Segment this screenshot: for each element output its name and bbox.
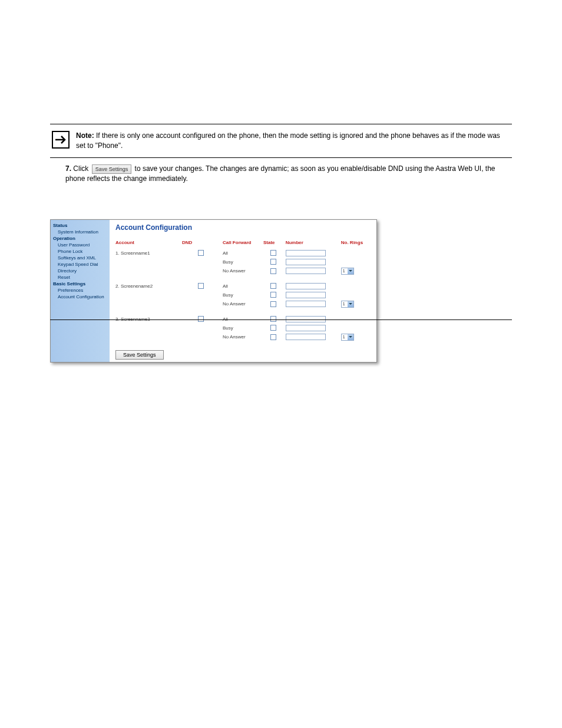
account-label: 1. Screenname1 [115, 249, 182, 258]
sidebar-item-preferences[interactable]: Preferences [53, 287, 110, 294]
table-row: Busy [115, 291, 371, 299]
sidebar-heading-operation: Operation [53, 235, 110, 242]
state-checkbox[interactable] [270, 268, 276, 274]
save-settings-button[interactable]: Save Settings [115, 350, 164, 360]
chevron-down-icon [348, 301, 353, 307]
number-input[interactable] [286, 334, 326, 340]
cf-mode-busy: Busy [223, 291, 263, 299]
cf-mode-noanswer: No Answer [223, 266, 263, 276]
number-input[interactable] [286, 259, 326, 265]
sidebar-item-phone-lock[interactable]: Phone Lock [53, 248, 110, 255]
state-checkbox[interactable] [270, 334, 276, 340]
note-arrow-icon [52, 131, 70, 149]
header-dnd: DND [182, 239, 223, 249]
account-config-screenshot: Status System Information Operation User… [50, 219, 377, 363]
state-checkbox[interactable] [270, 301, 276, 307]
chevron-down-icon [348, 334, 353, 340]
table-row: No Answer 1 [115, 299, 371, 309]
number-input[interactable] [286, 301, 326, 307]
table-row: Busy [115, 258, 371, 266]
table-row: Busy [115, 324, 371, 332]
number-input[interactable] [286, 292, 326, 298]
cf-mode-noanswer: No Answer [223, 332, 263, 342]
cf-mode-busy: Busy [223, 324, 263, 332]
sidebar-item-account-config[interactable]: Account Configuration [53, 294, 110, 300]
instruction-text: 7. Click Save Settings to save your chan… [50, 164, 512, 184]
sidebar-item-softkeys-xml[interactable]: Softkeys and XML [53, 255, 110, 261]
number-input[interactable] [286, 268, 326, 274]
sidebar-item-directory[interactable]: Directory [53, 268, 110, 274]
note-label: Note: [76, 131, 94, 140]
state-checkbox[interactable] [270, 283, 276, 289]
state-checkbox[interactable] [270, 250, 276, 256]
account-label: 2. Screenename2 [115, 282, 182, 291]
cf-mode-all: All [223, 282, 263, 291]
header-call-forward: Call Forward [223, 239, 263, 249]
cf-mode-all: All [223, 249, 263, 258]
footer-divider [50, 319, 512, 320]
table-row: No Answer 1 [115, 332, 371, 342]
sidebar-item-system-info[interactable]: System Information [53, 229, 110, 235]
note-text: Note: If there is only one account confi… [75, 130, 511, 151]
number-input[interactable] [286, 250, 326, 256]
table-row: 2. Screenename2 All [115, 282, 371, 291]
state-checkbox[interactable] [270, 292, 276, 298]
table-row: 1. Screenname1 All [115, 249, 371, 258]
chevron-down-icon [348, 268, 353, 274]
sidebar: Status System Information Operation User… [51, 220, 110, 362]
table-header-row: Account DND Call Forward State Number No… [115, 239, 371, 249]
sidebar-item-keypad-speed[interactable]: Keypad Speed Dial [53, 261, 110, 268]
number-input[interactable] [286, 283, 326, 289]
sidebar-item-reset[interactable]: Reset [53, 274, 110, 281]
sidebar-item-user-password[interactable]: User Password [53, 242, 110, 248]
state-checkbox[interactable] [270, 259, 276, 265]
divider-bottom [50, 157, 512, 158]
header-state: State [263, 239, 286, 249]
note-body-1: If there is only one account configured … [76, 131, 500, 150]
rings-select[interactable]: 1 [341, 334, 354, 341]
number-input[interactable] [286, 325, 326, 331]
sidebar-heading-status: Status [53, 222, 110, 229]
dnd-checkbox[interactable] [198, 250, 204, 256]
rings-select[interactable]: 1 [341, 301, 354, 308]
header-account: Account [115, 239, 182, 249]
sidebar-heading-basic: Basic Settings [53, 281, 110, 287]
state-checkbox[interactable] [270, 325, 276, 331]
save-settings-inline-button[interactable]: Save Settings [92, 164, 132, 174]
cf-mode-busy: Busy [223, 258, 263, 266]
config-table: Account DND Call Forward State Number No… [115, 239, 371, 342]
table-row: No Answer 1 [115, 266, 371, 276]
divider-top [50, 124, 512, 124]
instr-prefix: Click [73, 164, 88, 173]
rings-select[interactable]: 1 [341, 268, 354, 275]
cf-mode-noanswer: No Answer [223, 299, 263, 309]
main-panel: Account Configuration Account DND Call F… [110, 220, 376, 362]
panel-title: Account Configuration [115, 223, 371, 232]
header-no-rings: No. Rings [341, 239, 371, 249]
dnd-checkbox[interactable] [198, 283, 204, 289]
header-number: Number [286, 239, 341, 249]
